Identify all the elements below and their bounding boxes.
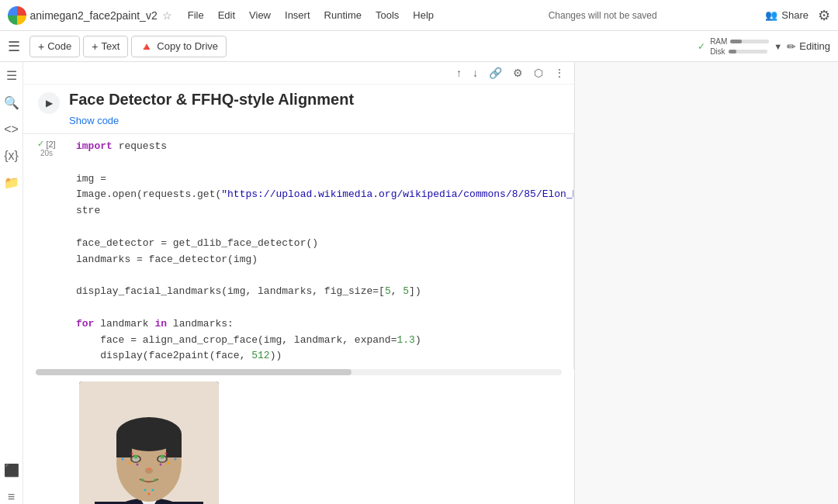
star-icon[interactable]: ☆ (162, 9, 172, 22)
svg-point-18 (154, 478, 157, 482)
svg-rect-7 (116, 434, 132, 457)
drive-icon: 🔺 (140, 40, 153, 53)
link-icon[interactable]: 🔗 (486, 65, 505, 81)
sidebar-menu-icon[interactable]: ☰ (6, 68, 17, 83)
cell-status: ✓ [2] (37, 139, 55, 149)
svg-point-17 (141, 478, 144, 482)
svg-point-22 (175, 458, 177, 461)
sidebar-command-icon[interactable]: ≡ (8, 490, 15, 504)
markdown-content: Face Detector & FFHQ-style Alignment Sho… (69, 91, 354, 127)
share-button[interactable]: 👥 Share (765, 9, 809, 21)
svg-point-27 (144, 489, 147, 492)
code-line-5: face_detector = get_dlib_face_detector() (76, 236, 567, 252)
pencil-icon: ✏ (787, 40, 796, 53)
hamburger-icon[interactable]: ☰ (8, 38, 20, 55)
cell-heading: Face Detector & FFHQ-style Alignment (69, 91, 354, 109)
svg-point-28 (152, 489, 154, 492)
menu-view[interactable]: View (243, 6, 277, 24)
toolbar: ☰ + Code + Text 🔺 Copy to Drive ✓ RAM Di… (0, 31, 838, 62)
ram-bar (730, 40, 769, 43)
code-line-9 (76, 300, 567, 316)
run-cell-button[interactable]: ▶ (38, 92, 60, 114)
top-right-controls: 👥 Share ⚙ (765, 7, 830, 24)
output-image (79, 381, 219, 504)
menu-file[interactable]: File (182, 6, 210, 24)
code-line-3: img = Image.open(requests.get("https://u… (76, 171, 567, 219)
menu-tools[interactable]: Tools (369, 6, 405, 24)
code-line-1: import requests (76, 139, 567, 155)
cell-check-icon: ✓ (37, 139, 44, 149)
cell-number: [2] (46, 140, 55, 149)
cell-time: 20s (40, 149, 53, 157)
sidebar: ☰ 🔍 <> {x} 📁 ⬛ ≡ (0, 62, 23, 504)
scrollbar-thumb[interactable] (36, 369, 351, 375)
toolbar-right: ✓ RAM Disk ▼ ✏ Editing (698, 37, 830, 56)
ram-bar-fill (730, 40, 742, 43)
cell-gutter: ✓ [2] 20s (23, 134, 70, 157)
menu-edit[interactable]: Edit (212, 6, 241, 24)
settings-cell-icon[interactable]: ⚙ (510, 65, 526, 81)
code-line-12: display(face2paint(face, 512)) (76, 348, 567, 364)
copy-to-drive-button[interactable]: 🔺 Copy to Drive (131, 36, 227, 57)
changes-note: Changes will not be saved (549, 10, 657, 21)
code-line-4 (76, 219, 567, 236)
editing-status: ✏ Editing (787, 40, 830, 53)
code-line-11: face = align_and_crop_face(img, landmark… (76, 333, 567, 349)
people-icon: 👥 (765, 9, 777, 21)
google-logo (8, 6, 26, 25)
sidebar-variables-icon[interactable]: {x} (4, 149, 19, 163)
ram-dropdown-icon[interactable]: ▼ (774, 42, 782, 51)
move-down-icon[interactable]: ↓ (469, 65, 481, 81)
move-up-icon[interactable]: ↑ (453, 65, 465, 81)
code-line-10: for landmark in landmarks: (76, 316, 567, 333)
menu-insert[interactable]: Insert (279, 6, 317, 24)
sidebar-code-icon[interactable]: <> (4, 123, 19, 136)
horizontal-scrollbar[interactable] (36, 369, 562, 375)
cell-toolbar: ↑ ↓ 🔗 ⚙ ⬡ ⋮ (23, 62, 574, 85)
svg-point-23 (131, 453, 133, 455)
expand-icon[interactable]: ⬡ (531, 65, 546, 81)
plus-icon: + (38, 40, 44, 53)
menu-help[interactable]: Help (407, 6, 440, 24)
top-bar: animegan2_face2paint_v2 ☆ File Edit View… (0, 0, 838, 31)
svg-point-29 (148, 493, 151, 495)
markdown-cell: ▶ Face Detector & FFHQ-style Alignment S… (23, 85, 574, 133)
disk-bar (729, 50, 767, 54)
ram-disk-indicator: RAM Disk (710, 37, 769, 56)
code-line-8: display_facial_landmarks(img, landmarks,… (76, 284, 567, 300)
svg-point-26 (160, 464, 162, 466)
svg-point-25 (137, 464, 139, 466)
sidebar-terminal-icon[interactable]: ⬛ (4, 463, 19, 478)
code-line-6: landmarks = face_detector(img) (76, 252, 567, 268)
svg-point-20 (168, 462, 170, 464)
code-line-7 (76, 268, 567, 284)
more-options-icon[interactable]: ⋮ (551, 65, 568, 81)
svg-point-24 (165, 453, 168, 455)
disk-bar-fill (729, 50, 736, 54)
svg-point-19 (129, 462, 131, 464)
code-content[interactable]: import requests img = Image.open(request… (70, 134, 574, 369)
ram-check-icon: ✓ (698, 41, 705, 52)
svg-point-21 (122, 458, 124, 461)
svg-rect-8 (166, 434, 182, 457)
person-svg (79, 381, 219, 504)
menu-runtime[interactable]: Runtime (318, 6, 368, 24)
output-area: 🐼 量子位 (23, 375, 574, 504)
svg-point-14 (134, 455, 138, 459)
code-cell: ✓ [2] 20s import requests img = Image.op… (23, 133, 574, 369)
show-code-link[interactable]: Show code (69, 115, 119, 126)
code-line-2 (76, 155, 567, 171)
content-area: ↑ ↓ 🔗 ⚙ ⬡ ⋮ ▶ Face Detector & FFHQ-style… (23, 62, 574, 504)
settings-icon[interactable]: ⚙ (818, 7, 830, 24)
sidebar-files-icon[interactable]: 📁 (4, 175, 19, 190)
svg-point-16 (147, 468, 151, 471)
add-text-button[interactable]: + Text (83, 36, 128, 57)
plus-icon-text: + (92, 40, 98, 53)
add-code-button[interactable]: + Code (29, 36, 80, 57)
sidebar-search-icon[interactable]: 🔍 (4, 95, 19, 110)
top-menu: File Edit View Insert Runtime Tools Help (182, 6, 440, 24)
right-panel (574, 62, 838, 504)
notebook-title[interactable]: animegan2_face2paint_v2 (29, 9, 157, 22)
svg-point-15 (161, 455, 164, 459)
main-layout: ☰ 🔍 <> {x} 📁 ⬛ ≡ ↑ ↓ 🔗 ⚙ ⬡ ⋮ ▶ Face Dete… (0, 62, 838, 504)
